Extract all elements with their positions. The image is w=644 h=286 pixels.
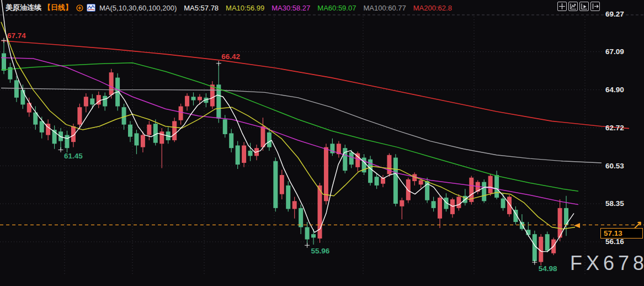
candle-body <box>545 234 550 251</box>
ma5-value: MA5:57.78 <box>184 4 219 12</box>
ma-line-MA60 <box>1 63 578 191</box>
candle-body <box>393 158 398 204</box>
candlestick-chart[interactable]: 67.7466.4261.4555.9654.9869.2767.0964.90… <box>0 0 644 286</box>
candle-body <box>236 145 240 165</box>
candle-body <box>172 121 177 140</box>
candle-body <box>324 147 328 202</box>
candle-body <box>242 145 246 163</box>
candle-body <box>122 107 126 125</box>
candle-body <box>318 186 322 239</box>
candle-body <box>109 72 114 95</box>
candle-body <box>419 180 423 184</box>
ma-group-label: MA(5,10,30,60,100,200) <box>99 4 177 12</box>
candle-body <box>375 177 379 186</box>
price-annotation: 61.45 <box>64 152 83 160</box>
y-axis-tick: 58.35 <box>605 199 624 208</box>
candle-body <box>223 119 227 134</box>
candle-body <box>159 131 164 144</box>
candle-body <box>488 176 493 194</box>
y-axis-tick: 56.16 <box>605 237 624 246</box>
ma-line-MA200 <box>1 41 629 129</box>
period-label[interactable]: 【日线】 <box>44 3 72 13</box>
crosshair-move-icon[interactable] <box>557 2 567 11</box>
candle-body <box>400 200 404 206</box>
candle-body <box>198 97 202 100</box>
candle-body <box>501 199 505 208</box>
candle-body <box>456 197 461 208</box>
candle-body <box>40 121 44 132</box>
candle-body <box>248 151 253 156</box>
candle-body <box>286 186 290 209</box>
price-annotation: 54.98 <box>539 264 557 273</box>
chart-toolbar <box>557 2 600 11</box>
candle-body <box>84 97 88 106</box>
y-axis-tick: 60.53 <box>605 162 624 170</box>
y-axis-tick: 64.90 <box>605 86 624 94</box>
candle-body <box>267 133 272 147</box>
candle-body <box>134 133 139 145</box>
candle-body <box>494 175 499 198</box>
indicator-peak-icon[interactable] <box>568 2 578 11</box>
y-axis-tick: 69.27 <box>605 10 624 18</box>
candle-body <box>229 133 233 148</box>
ma10-value: MA10:56.99 <box>226 4 264 12</box>
candle-body <box>77 107 82 125</box>
candle-body <box>103 96 107 107</box>
extreme-cross-marker <box>58 147 63 152</box>
candle-body <box>520 222 524 229</box>
ma100-value: MA100:60.77 <box>363 4 406 12</box>
price-annotation: 67.74 <box>7 31 26 40</box>
exit-right-icon[interactable] <box>590 2 600 11</box>
candle-body <box>147 125 151 135</box>
candle-body <box>191 97 196 100</box>
candle-body <box>2 54 6 71</box>
ma30-value: MA30:58.27 <box>272 4 310 12</box>
candle-body <box>280 175 284 194</box>
candle-body <box>185 96 189 107</box>
y-axis-tick: 67.09 <box>605 47 624 56</box>
current-price-label: 57.13 <box>600 228 643 239</box>
candle-body <box>260 126 265 147</box>
symbol-name[interactable]: 美原油连续 <box>6 3 41 13</box>
candle-body <box>65 135 70 149</box>
candle-body <box>349 152 354 165</box>
ma200-value: MA200:62.8 <box>413 4 452 12</box>
price-annotation: 66.42 <box>221 52 240 61</box>
candle-body <box>311 234 316 237</box>
candle-body <box>141 135 145 147</box>
ma-line-MA5 <box>1 0 574 252</box>
ma60-value: MA60:59.07 <box>317 4 356 12</box>
price-annotation: 55.96 <box>311 247 330 255</box>
candle-body <box>299 208 303 227</box>
y-axis-tick: 62.72 <box>605 124 624 132</box>
mini-chart-icon[interactable] <box>87 4 95 12</box>
candle-body <box>14 80 19 98</box>
candle-body <box>20 90 25 105</box>
candle-body <box>273 161 278 208</box>
candle-body <box>292 201 297 209</box>
candle-body <box>210 84 215 106</box>
candle-body <box>438 198 442 219</box>
circle-plus-icon[interactable] <box>76 4 83 12</box>
candle-body <box>406 179 411 200</box>
candle-body <box>482 182 486 202</box>
candle-body <box>179 107 183 120</box>
extreme-cross-marker <box>305 243 310 248</box>
extreme-cross-marker <box>216 61 221 66</box>
indicator-play-icon[interactable] <box>579 2 589 11</box>
candle-body <box>90 98 94 104</box>
candle-body <box>305 227 310 240</box>
watermark: FX678 <box>570 252 644 275</box>
candle-body <box>432 201 436 208</box>
extreme-cross-marker <box>2 38 7 43</box>
candle-body <box>533 234 537 261</box>
chart-header: 美原油连续 【日线】 MA(5,10,30,60,100,200) MA5:57… <box>6 2 452 13</box>
candle-body <box>450 199 455 214</box>
candle-body <box>128 125 132 137</box>
